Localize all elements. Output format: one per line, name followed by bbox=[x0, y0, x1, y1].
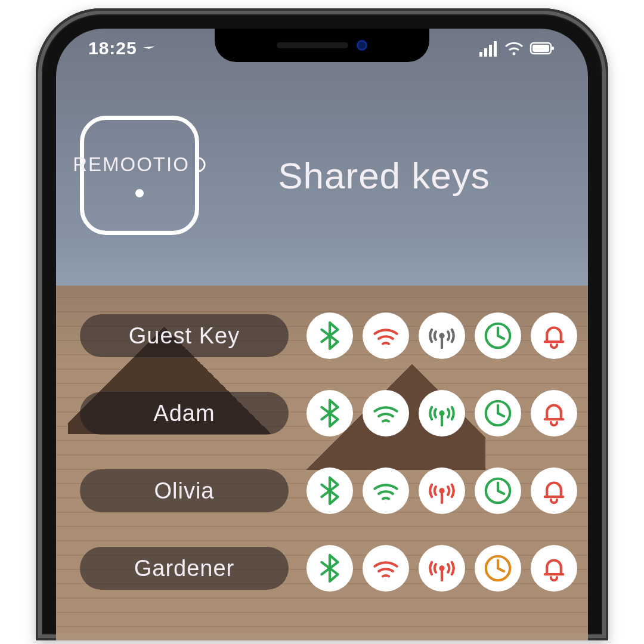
page-title: Shared keys bbox=[228, 154, 564, 197]
key-status-icons bbox=[306, 467, 577, 514]
bell-icon[interactable] bbox=[531, 390, 577, 436]
phone-frame: 18:25 bbox=[36, 8, 608, 640]
key-row[interactable]: Adam bbox=[80, 390, 564, 436]
status-bar: 18:25 bbox=[56, 35, 588, 62]
broadcast-icon[interactable] bbox=[419, 467, 465, 514]
location-icon bbox=[143, 41, 157, 55]
bluetooth-icon[interactable] bbox=[306, 390, 353, 436]
clock-time: 18:25 bbox=[88, 38, 137, 58]
shared-keys-list: Guest KeyAdamOliviaGardener bbox=[80, 312, 564, 592]
battery-icon bbox=[530, 41, 556, 56]
key-name-pill[interactable]: Guest Key bbox=[80, 314, 289, 357]
key-row[interactable]: Guest Key bbox=[80, 312, 564, 359]
clock-icon[interactable] bbox=[475, 467, 521, 514]
app-logo[interactable]: REMOOTIO bbox=[80, 116, 199, 235]
clock-icon[interactable] bbox=[475, 390, 521, 436]
key-name-pill[interactable]: Adam bbox=[80, 392, 289, 435]
key-row[interactable]: Olivia bbox=[80, 467, 564, 514]
wifi-icon[interactable] bbox=[363, 312, 409, 359]
bluetooth-icon[interactable] bbox=[306, 312, 353, 359]
broadcast-icon[interactable] bbox=[419, 545, 465, 592]
broadcast-icon[interactable] bbox=[419, 390, 465, 436]
clock-icon[interactable] bbox=[475, 312, 521, 359]
key-status-icons bbox=[306, 390, 577, 436]
key-name-pill[interactable]: Olivia bbox=[80, 469, 289, 512]
key-status-icons bbox=[306, 545, 577, 592]
bell-icon[interactable] bbox=[531, 545, 577, 592]
screen: 18:25 bbox=[56, 29, 588, 640]
app-logo-dot-icon bbox=[135, 189, 144, 197]
wifi-icon[interactable] bbox=[363, 545, 409, 592]
key-status-icons bbox=[306, 312, 577, 359]
clock-icon[interactable] bbox=[475, 545, 521, 592]
bell-icon[interactable] bbox=[531, 467, 577, 514]
broadcast-icon[interactable] bbox=[419, 312, 465, 359]
bell-icon[interactable] bbox=[531, 312, 577, 359]
cellular-icon bbox=[478, 40, 499, 57]
wifi-icon bbox=[504, 41, 524, 56]
key-row[interactable]: Gardener bbox=[80, 545, 564, 592]
bluetooth-icon[interactable] bbox=[306, 467, 353, 514]
wifi-icon[interactable] bbox=[363, 390, 409, 436]
key-name-pill[interactable]: Gardener bbox=[80, 547, 289, 590]
app-logo-label: REMOOTIO bbox=[73, 153, 206, 176]
wifi-icon[interactable] bbox=[363, 467, 409, 514]
bluetooth-icon[interactable] bbox=[306, 545, 353, 592]
